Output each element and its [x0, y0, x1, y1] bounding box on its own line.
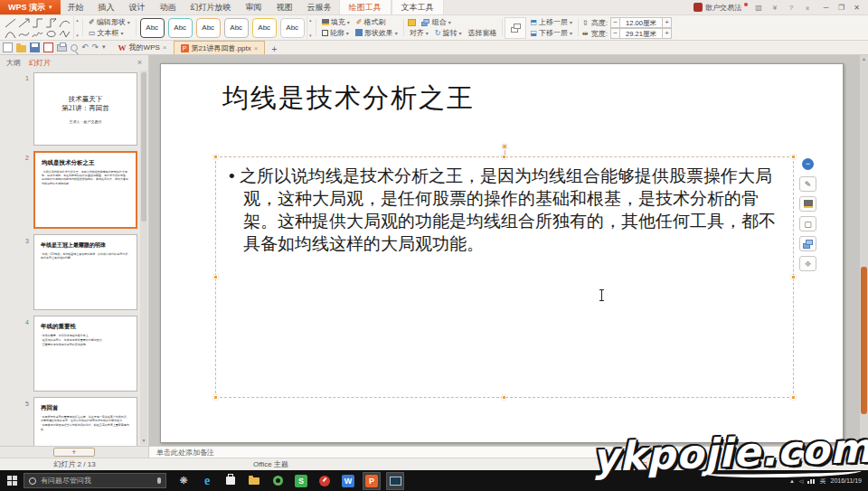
gallery-down-icon[interactable]: ▾ [74, 33, 80, 38]
shape-style-preset-6[interactable]: Abc [280, 18, 305, 38]
current-slide[interactable]: 均线是技术分析之王 之所以说均线是技术分析之王，是因为均线组合能够提供股票操作大… [160, 63, 844, 443]
shape-effects-button[interactable]: 形状效果 ▾ [354, 28, 400, 38]
rotate-button[interactable]: ↻ 旋转 ▾ [433, 28, 464, 38]
gallery-up-icon[interactable]: ▴ [74, 17, 80, 23]
resize-handle-top-left[interactable] [213, 155, 218, 159]
taskbar-app-fan[interactable]: ❋ [175, 472, 193, 490]
shape-style-preset-2[interactable]: Abc [168, 18, 193, 38]
curve-shape-icon[interactable] [18, 29, 30, 39]
slide-thumbnail-2-selected[interactable]: 均线是技术分析之王 之所以说均线是技术分析之王，是因为均线组合能够提供股票操作大… [33, 151, 137, 229]
taskbar-app-wps-presentation[interactable]: P [363, 472, 381, 490]
help-icon[interactable]: ? [786, 4, 797, 12]
add-slide-button[interactable]: + [53, 448, 95, 457]
canvas-scrollbar[interactable]: ▲ ▼ [860, 55, 868, 446]
width-decrease-button[interactable]: − [610, 28, 620, 39]
slide-panel-scrollbar[interactable] [140, 71, 147, 436]
microphone-icon[interactable] [157, 477, 161, 484]
resize-handle-top-center[interactable] [502, 155, 506, 159]
resize-handle-bottom-center[interactable] [502, 395, 506, 400]
canvas-scrollbar-thumb[interactable] [861, 267, 867, 414]
layers-button[interactable] [799, 236, 816, 251]
arc-shape-icon[interactable] [5, 29, 16, 39]
style-down-icon[interactable]: ▾ [307, 33, 314, 38]
slide-panel-scrollbar-thumb[interactable] [141, 72, 146, 222]
format-painter-button[interactable]: ✐ 格式刷 [354, 17, 388, 27]
clock-date[interactable]: 2016/11/19 [830, 477, 862, 484]
taskbar-app-store[interactable] [222, 472, 240, 490]
slide-body-text[interactable]: 之所以说均线是技术分析之王，是因为均线组合能够提供股票操作大局观，这种大局观，是… [216, 157, 793, 255]
doc-tab-current-presentation[interactable]: P 第21讲再回首.pptx × [174, 41, 266, 54]
export-pdf-icon[interactable] [43, 42, 53, 52]
doc-tab-my-wps[interactable]: W 我的WPS × [112, 41, 174, 54]
object-properties-button[interactable]: ✎ [799, 176, 816, 192]
hidden-icons-chevron[interactable]: ▲ [789, 478, 795, 484]
panel-tab-outline[interactable]: 大纲 [6, 58, 21, 68]
slide-title-text[interactable]: 均线是技术分析之王 [222, 80, 475, 117]
tab-view[interactable]: 视图 [269, 2, 300, 14]
send-backward-button[interactable]: ⬓ 下移一层 ▾ [528, 28, 574, 38]
resize-handle-middle-right[interactable] [791, 275, 796, 279]
restore-button[interactable]: ❐ [834, 4, 849, 12]
height-value[interactable]: 12.00厘米 [620, 17, 662, 28]
taskbar-app-gauge[interactable] [316, 472, 334, 490]
width-value[interactable]: 29.21厘米 [620, 28, 662, 39]
curved-connector-icon[interactable] [59, 18, 71, 28]
tab-drawing-tools[interactable]: 绘图工具 [339, 0, 392, 14]
tab-home[interactable]: 开始 [61, 2, 91, 14]
resize-handle-bottom-right[interactable] [791, 395, 796, 400]
tab-text-tools[interactable]: 文本工具 [392, 0, 444, 14]
height-increase-button[interactable]: + [662, 17, 672, 28]
new-document-icon[interactable] [3, 42, 13, 52]
shape-style-preset-1[interactable]: Abc [140, 18, 165, 38]
slide-thumbnail-3[interactable]: 年线是王冠上最耀眼的明珠 年线（250天线）是均线皇冠上最耀眼的明珠，以年线为依… [33, 234, 137, 310]
selection-pane-button[interactable]: 选择窗格 [466, 28, 498, 38]
fill-color-button[interactable] [799, 196, 816, 212]
tab-design[interactable]: 设计 [122, 2, 153, 14]
height-decrease-button[interactable]: − [610, 17, 620, 28]
start-button[interactable] [0, 470, 24, 491]
elbow-connector-icon[interactable] [32, 18, 43, 28]
shape-gallery-scrollbar[interactable]: ▴ ▾ [73, 16, 80, 39]
slide-thumbnail-4[interactable]: 年线的重要性 年线的重要，不仅仅体现在牛熊分界上。 在真实的走势中，年线也是非常… [33, 316, 137, 392]
vip-icon[interactable]: ¥ [769, 4, 780, 12]
effects-button[interactable]: ❖ [799, 256, 816, 271]
print-icon[interactable] [57, 44, 67, 52]
style-gallery-scrollbar[interactable]: ▴ ▾ [307, 16, 314, 39]
taskbar-app-green-s[interactable]: S [292, 472, 310, 490]
tab-cloud[interactable]: 云服务 [300, 2, 339, 14]
tab-animation[interactable]: 动画 [153, 2, 184, 14]
text-box-button[interactable]: ▭ 文本框 ▾ [87, 28, 132, 38]
slide-thumbnail-1[interactable]: 技术赢天下 第21讲：再回首 主讲人：散户交易法 [33, 72, 137, 146]
shape-style-preset-3[interactable]: Abc [196, 18, 221, 38]
minimize-button[interactable]: ─ [818, 4, 834, 12]
rotate-handle[interactable] [502, 144, 507, 149]
close-panel-icon[interactable]: × [137, 58, 142, 67]
slide-thumbnail-5[interactable]: 再回首 如果把历年走势的重要拐点标注出来，就会发现一定会在某个年线附近，只要把握… [33, 397, 137, 446]
close-button[interactable]: ✕ [849, 4, 864, 12]
volume-icon[interactable]: ◁ [799, 477, 804, 484]
collapse-ribbon-icon[interactable]: ⌅ [802, 4, 813, 12]
zigzag-shape-icon[interactable] [59, 29, 71, 39]
line-shape-icon[interactable] [5, 18, 16, 28]
scroll-up-icon[interactable]: ▲ [860, 56, 868, 61]
shape-style-preset-4[interactable]: Abc [224, 18, 249, 38]
align-button[interactable]: 对齐 ▾ [408, 28, 430, 38]
close-tab-icon[interactable]: × [254, 44, 259, 52]
taskbar-app-slideshow-window[interactable] [386, 472, 404, 490]
theme-skin-icon[interactable]: ▧ [753, 4, 764, 12]
freeform-shape-icon[interactable] [45, 29, 57, 39]
save-icon[interactable] [30, 42, 40, 52]
panel-tab-slides[interactable]: 幻灯片 [29, 58, 51, 68]
shape-style-preset-5[interactable]: Abc [252, 18, 277, 38]
tab-insert[interactable]: 插入 [91, 2, 122, 14]
wps-app-menu[interactable]: WPS 演示 ▾ [0, 0, 61, 14]
outline-button[interactable]: 轮廓 ▾ [320, 28, 351, 38]
network-icon[interactable] [807, 477, 815, 484]
group-button[interactable]: 组合 ▾ [419, 17, 453, 27]
edit-shape-button[interactable]: ✐ 编辑形状 ▾ [87, 17, 132, 27]
close-tab-icon[interactable]: × [163, 43, 167, 52]
new-tab-button[interactable]: + [265, 44, 283, 54]
undo-icon[interactable]: ↶ [81, 41, 89, 53]
style-up-icon[interactable]: ▴ [307, 17, 314, 23]
scribble-shape-icon[interactable] [32, 29, 43, 39]
